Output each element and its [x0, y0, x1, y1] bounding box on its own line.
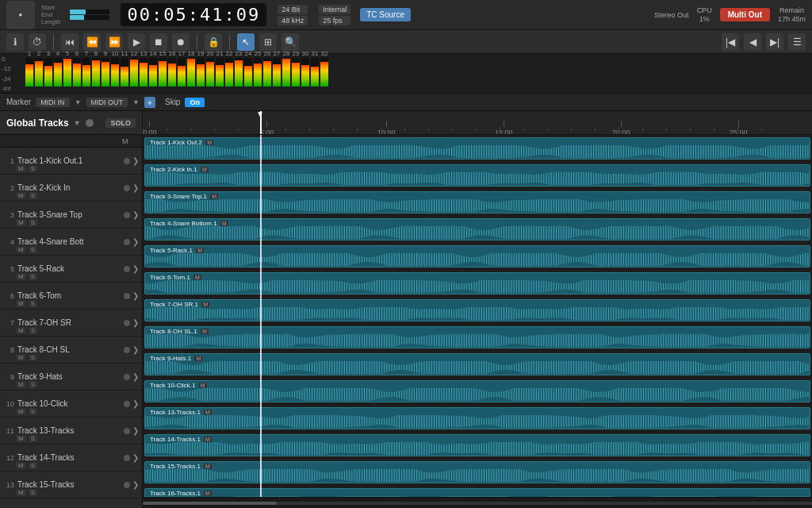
track-list-item[interactable]: 1 Track 1-Kick Out.1 ❯ M S	[0, 148, 142, 175]
audio-clip[interactable]: Track 8-OH SL.1 M	[144, 326, 810, 348]
track-list-item[interactable]: 3 Track 3-Snare Top ❯ M S	[0, 202, 142, 229]
track-record-dot[interactable]	[124, 266, 130, 272]
solo-button[interactable]: SOLO	[105, 118, 136, 128]
audio-track-row[interactable]: Track 4-Snare Bottom.1 M	[143, 216, 812, 243]
audio-track-row[interactable]: Track 14-Tracks.1 M	[143, 432, 812, 459]
track-record-dot[interactable]	[124, 401, 130, 407]
audio-track-row[interactable]: Track 2-Kick In.1 M	[143, 162, 812, 189]
mute-button[interactable]: M	[16, 300, 26, 307]
track-input-arrow[interactable]: ❯	[132, 372, 139, 381]
solo-button[interactable]: S	[29, 408, 37, 415]
track-input-arrow[interactable]: ❯	[132, 426, 139, 435]
mute-button[interactable]: M	[16, 462, 26, 469]
track-input-arrow[interactable]: ❯	[132, 264, 139, 273]
solo-button[interactable]: S	[29, 165, 37, 172]
track-input-arrow[interactable]: ❯	[132, 345, 139, 354]
audio-clip[interactable]: Track 16-Tracks.1 M	[144, 488, 810, 497]
track-list-item[interactable]: 8 Track 8-CH SL ❯ M S	[0, 337, 142, 364]
solo-button[interactable]: S	[29, 489, 37, 496]
audio-track-row[interactable]: Track 16-Tracks.1 M	[143, 486, 812, 497]
track-list-item[interactable]: 2 Track 2-Kick In ❯ M S	[0, 175, 142, 202]
audio-track-row[interactable]: Track 9-Hats.1 M	[143, 351, 812, 378]
track-record-dot[interactable]	[124, 374, 130, 380]
playhead[interactable]	[260, 111, 262, 134]
audio-clip[interactable]: Track 4-Snare Bottom.1 M	[144, 218, 810, 241]
audio-track-row[interactable]: Track 8-OH SL.1 M	[143, 324, 812, 351]
audio-clip[interactable]: Track 10-Click.1 M	[144, 380, 810, 402]
midi-out-dropdown[interactable]: MIDI OUT	[86, 98, 128, 107]
audio-track-row[interactable]: Track 5-Rack.1 M	[143, 243, 812, 270]
track-record-dot[interactable]	[124, 455, 130, 461]
solo-button[interactable]: S	[29, 354, 37, 361]
track-list-item[interactable]: 9 Track 9-Hats ❯ M S	[0, 364, 142, 391]
audio-track-row[interactable]: Track 1-Kick Out.2 M	[143, 135, 812, 162]
audio-clip[interactable]: Track 3-Snare Top.1 M	[144, 191, 810, 214]
zoom-button[interactable]: 🔍	[282, 33, 299, 51]
track-input-arrow[interactable]: ❯	[132, 291, 139, 300]
track-record-dot[interactable]	[124, 185, 130, 191]
fast-forward-button[interactable]: ⏩	[105, 33, 123, 51]
track-list-item[interactable]: 14 Track 16-Tracks ❯ M S	[0, 498, 142, 508]
info-button[interactable]: ℹ	[6, 33, 24, 51]
nav-end-button[interactable]: ☰	[788, 33, 806, 51]
track-input-arrow[interactable]: ❯	[132, 210, 139, 219]
fast-rewind-button[interactable]: ⏪	[83, 33, 101, 51]
mute-button[interactable]: M	[16, 489, 26, 496]
solo-button[interactable]: S	[29, 246, 37, 253]
track-input-arrow[interactable]: ❯	[132, 399, 139, 408]
track-input-arrow[interactable]: ❯	[132, 237, 139, 246]
track-list-item[interactable]: 11 Track 13-Tracks ❯ M S	[0, 418, 142, 444]
mute-button[interactable]: M	[16, 273, 26, 280]
nav-prev-button[interactable]: ◀	[744, 33, 761, 51]
mute-button[interactable]: M	[16, 408, 26, 415]
midi-in-dropdown[interactable]: MIDI IN	[36, 98, 70, 107]
lock-button[interactable]: 🔒	[205, 33, 222, 51]
global-tracks-circle[interactable]	[86, 119, 94, 127]
play-button[interactable]: ▶	[128, 33, 145, 51]
mute-button[interactable]: M	[16, 246, 26, 253]
audio-track-row[interactable]: Track 13-Tracks.1 M	[143, 405, 812, 432]
solo-button[interactable]: S	[29, 219, 37, 226]
solo-button[interactable]: S	[29, 462, 37, 469]
audio-clip[interactable]: Track 7-OH SR.1 M	[144, 299, 810, 321]
audio-track-row[interactable]: Track 6-Tom.1 M	[143, 270, 812, 297]
track-record-dot[interactable]	[124, 293, 130, 299]
audio-track-row[interactable]: Track 15-Tracks.1 M	[143, 459, 812, 486]
track-list-item[interactable]: 5 Track 5-Rack ❯ M S	[0, 256, 142, 283]
audio-track-row[interactable]: Track 10-Click.1 M	[143, 378, 812, 405]
audio-clip[interactable]: Track 9-Hats.1 M	[144, 353, 810, 375]
track-record-dot[interactable]	[124, 239, 130, 245]
record-button[interactable]: ⏺	[172, 33, 190, 51]
audio-track-row[interactable]: Track 3-Snare Top.1 M	[143, 189, 812, 216]
track-list-item[interactable]: 13 Track 15-Tracks ❯ M S	[0, 471, 142, 498]
track-list-item[interactable]: 6 Track 6-Tom ❯ M S	[0, 283, 142, 310]
track-input-arrow[interactable]: ❯	[132, 318, 139, 327]
track-list-item[interactable]: 12 Track 14-Tracks ❯ M S	[0, 444, 142, 471]
tc-source-button[interactable]: TC Source	[360, 8, 411, 21]
track-input-arrow[interactable]: ❯	[132, 156, 139, 165]
mute-button[interactable]: M	[16, 381, 26, 388]
mute-button[interactable]: M	[16, 192, 26, 199]
audio-clip[interactable]: Track 2-Kick In.1 M	[144, 164, 810, 187]
nav-start-button[interactable]: |◀	[722, 33, 739, 51]
track-input-arrow[interactable]: ❯	[132, 183, 139, 192]
add-midi-button[interactable]: +	[144, 97, 155, 108]
track-record-dot[interactable]	[124, 482, 130, 488]
nav-next-button[interactable]: ▶|	[766, 33, 783, 51]
track-record-dot[interactable]	[124, 320, 130, 326]
solo-button[interactable]: S	[29, 273, 37, 280]
audio-clip[interactable]: Track 14-Tracks.1 M	[144, 434, 810, 456]
track-record-dot[interactable]	[124, 428, 130, 434]
on-badge[interactable]: On	[185, 98, 205, 107]
pointer-tool-button[interactable]: ↖	[237, 33, 255, 51]
audio-track-row[interactable]: Track 7-OH SR.1 M	[143, 297, 812, 324]
audio-clip[interactable]: Track 1-Kick Out.2 M	[144, 137, 810, 160]
track-record-dot[interactable]	[124, 212, 130, 218]
mute-button[interactable]: M	[16, 219, 26, 226]
solo-button[interactable]: S	[29, 435, 37, 442]
mute-button[interactable]: M	[16, 327, 26, 334]
mute-button[interactable]: M	[16, 354, 26, 361]
track-input-arrow[interactable]: ❯	[132, 480, 139, 489]
multi-out-button[interactable]: Multi Out	[720, 8, 770, 21]
track-list-item[interactable]: 7 Track 7-OH SR ❯ M S	[0, 310, 142, 337]
